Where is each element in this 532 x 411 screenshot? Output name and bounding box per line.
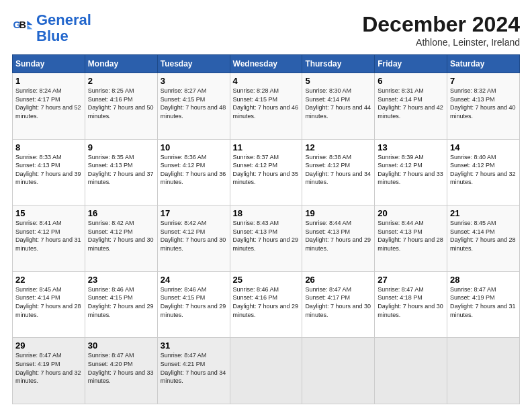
svg-marker-2: [27, 21, 32, 25]
calendar-cell: [230, 338, 302, 404]
day-number: 31: [161, 340, 227, 351]
day-number: 1: [15, 76, 82, 86]
day-number: 2: [88, 76, 154, 86]
day-info: Sunrise: 8:39 AMSunset: 4:12 PMDaylight:…: [378, 153, 444, 187]
day-info: Sunrise: 8:47 AMSunset: 4:19 PMDaylight:…: [450, 285, 517, 319]
day-info: Sunrise: 8:27 AMSunset: 4:15 PMDaylight:…: [161, 87, 227, 120]
calendar-cell: 11Sunrise: 8:37 AMSunset: 4:12 PMDayligh…: [230, 139, 302, 205]
day-number: 4: [233, 76, 300, 86]
calendar-cell: 22Sunrise: 8:45 AMSunset: 4:14 PMDayligh…: [13, 271, 85, 338]
day-info: Sunrise: 8:45 AMSunset: 4:14 PMDaylight:…: [15, 285, 82, 319]
day-info: Sunrise: 8:46 AMSunset: 4:15 PMDaylight:…: [161, 285, 227, 319]
day-number: 15: [15, 208, 82, 218]
day-info: Sunrise: 8:44 AMSunset: 4:13 PMDaylight:…: [378, 219, 444, 253]
day-info: Sunrise: 8:46 AMSunset: 4:15 PMDaylight:…: [88, 285, 154, 319]
day-number: 11: [233, 142, 300, 152]
day-info: Sunrise: 8:31 AMSunset: 4:14 PMDaylight:…: [378, 87, 444, 120]
calendar-cell: 10Sunrise: 8:36 AMSunset: 4:12 PMDayligh…: [157, 139, 230, 205]
day-info: Sunrise: 8:25 AMSunset: 4:16 PMDaylight:…: [88, 87, 154, 120]
day-number: 30: [88, 340, 154, 351]
calendar-cell: 13Sunrise: 8:39 AMSunset: 4:12 PMDayligh…: [375, 139, 447, 205]
day-info: Sunrise: 8:24 AMSunset: 4:17 PMDaylight:…: [15, 87, 82, 120]
calendar-cell: 6Sunrise: 8:31 AMSunset: 4:14 PMDaylight…: [375, 73, 447, 140]
calendar-cell: 12Sunrise: 8:38 AMSunset: 4:12 PMDayligh…: [302, 139, 375, 205]
month-title: December 2024: [362, 12, 520, 37]
calendar-cell: 4Sunrise: 8:28 AMSunset: 4:15 PMDaylight…: [230, 73, 302, 140]
calendar-cell: 5Sunrise: 8:30 AMSunset: 4:14 PMDaylight…: [302, 73, 375, 140]
calendar-cell: 17Sunrise: 8:42 AMSunset: 4:12 PMDayligh…: [157, 205, 230, 272]
calendar-week-row: 1Sunrise: 8:24 AMSunset: 4:17 PMDaylight…: [13, 73, 520, 140]
calendar-cell: 8Sunrise: 8:33 AMSunset: 4:13 PMDaylight…: [13, 139, 85, 205]
weekday-header: Saturday: [447, 55, 520, 73]
calendar-cell: 18Sunrise: 8:43 AMSunset: 4:13 PMDayligh…: [230, 205, 302, 272]
calendar-table: SundayMondayTuesdayWednesdayThursdayFrid…: [12, 54, 520, 404]
day-number: 6: [378, 76, 444, 86]
day-number: 3: [161, 76, 227, 86]
day-number: 22: [15, 275, 82, 285]
day-info: Sunrise: 8:30 AMSunset: 4:14 PMDaylight:…: [305, 87, 371, 120]
day-number: 8: [15, 142, 82, 152]
weekday-header: Wednesday: [230, 55, 302, 73]
weekday-header: Friday: [375, 55, 447, 73]
calendar-cell: 21Sunrise: 8:45 AMSunset: 4:14 PMDayligh…: [447, 205, 520, 272]
day-info: Sunrise: 8:40 AMSunset: 4:12 PMDaylight:…: [450, 153, 517, 187]
calendar-cell: 14Sunrise: 8:40 AMSunset: 4:12 PMDayligh…: [447, 139, 520, 205]
calendar-cell: 26Sunrise: 8:47 AMSunset: 4:17 PMDayligh…: [302, 271, 375, 338]
calendar-cell: 1Sunrise: 8:24 AMSunset: 4:17 PMDaylight…: [13, 73, 85, 140]
day-number: 24: [161, 275, 227, 285]
day-info: Sunrise: 8:42 AMSunset: 4:12 PMDaylight:…: [161, 219, 227, 253]
logo-line1: General: [36, 11, 91, 28]
calendar-cell: 27Sunrise: 8:47 AMSunset: 4:18 PMDayligh…: [375, 271, 447, 338]
logo-line2: Blue: [36, 28, 69, 44]
calendar-cell: 28Sunrise: 8:47 AMSunset: 4:19 PMDayligh…: [447, 271, 520, 338]
day-number: 20: [378, 208, 444, 218]
day-number: 13: [378, 142, 444, 152]
calendar-cell: 9Sunrise: 8:35 AMSunset: 4:13 PMDaylight…: [85, 139, 157, 205]
calendar-cell: 2Sunrise: 8:25 AMSunset: 4:16 PMDaylight…: [85, 73, 157, 140]
weekday-header: Monday: [85, 55, 157, 73]
calendar-cell: 31Sunrise: 8:47 AMSunset: 4:21 PMDayligh…: [157, 338, 230, 404]
day-info: Sunrise: 8:37 AMSunset: 4:12 PMDaylight:…: [233, 153, 300, 187]
day-info: Sunrise: 8:38 AMSunset: 4:12 PMDaylight:…: [305, 153, 371, 187]
calendar-week-row: 8Sunrise: 8:33 AMSunset: 4:13 PMDaylight…: [13, 139, 520, 205]
day-number: 10: [161, 142, 227, 152]
day-number: 27: [378, 275, 444, 285]
day-info: Sunrise: 8:47 AMSunset: 4:21 PMDaylight:…: [161, 351, 227, 385]
day-number: 7: [450, 76, 517, 86]
calendar-cell: 7Sunrise: 8:32 AMSunset: 4:13 PMDaylight…: [447, 73, 520, 140]
calendar-week-row: 22Sunrise: 8:45 AMSunset: 4:14 PMDayligh…: [13, 271, 520, 338]
calendar-cell: 25Sunrise: 8:46 AMSunset: 4:16 PMDayligh…: [230, 271, 302, 338]
day-info: Sunrise: 8:33 AMSunset: 4:13 PMDaylight:…: [15, 153, 82, 187]
calendar-cell: [375, 338, 447, 404]
day-number: 28: [450, 275, 517, 285]
day-number: 19: [305, 208, 371, 218]
weekday-header: Thursday: [302, 55, 375, 73]
day-number: 16: [88, 208, 154, 218]
calendar-week-row: 29Sunrise: 8:47 AMSunset: 4:19 PMDayligh…: [13, 338, 520, 404]
calendar-cell: [302, 338, 375, 404]
day-info: Sunrise: 8:43 AMSunset: 4:13 PMDaylight:…: [233, 219, 300, 253]
day-info: Sunrise: 8:32 AMSunset: 4:13 PMDaylight:…: [450, 87, 517, 120]
day-number: 5: [305, 76, 371, 86]
day-number: 25: [233, 275, 300, 285]
weekday-header: Sunday: [13, 55, 85, 73]
calendar-cell: 20Sunrise: 8:44 AMSunset: 4:13 PMDayligh…: [375, 205, 447, 272]
svg-text:B: B: [19, 19, 26, 30]
day-number: 12: [305, 142, 371, 152]
day-number: 21: [450, 208, 517, 218]
page: G B General Blue December 2024 Athlone, …: [0, 0, 532, 411]
calendar-cell: [447, 338, 520, 404]
day-number: 26: [305, 275, 371, 285]
day-number: 17: [161, 208, 227, 218]
svg-marker-3: [27, 25, 32, 29]
calendar-cell: 30Sunrise: 8:47 AMSunset: 4:20 PMDayligh…: [85, 338, 157, 404]
title-block: December 2024 Athlone, Leinster, Ireland: [362, 12, 520, 48]
day-number: 14: [450, 142, 517, 152]
day-info: Sunrise: 8:28 AMSunset: 4:15 PMDaylight:…: [233, 87, 300, 120]
calendar-cell: 24Sunrise: 8:46 AMSunset: 4:15 PMDayligh…: [157, 271, 230, 338]
calendar-cell: 3Sunrise: 8:27 AMSunset: 4:15 PMDaylight…: [157, 73, 230, 140]
day-info: Sunrise: 8:47 AMSunset: 4:18 PMDaylight:…: [378, 285, 444, 319]
day-info: Sunrise: 8:36 AMSunset: 4:12 PMDaylight:…: [161, 153, 227, 187]
calendar-week-row: 15Sunrise: 8:41 AMSunset: 4:12 PMDayligh…: [13, 205, 520, 272]
day-info: Sunrise: 8:44 AMSunset: 4:13 PMDaylight:…: [305, 219, 371, 253]
